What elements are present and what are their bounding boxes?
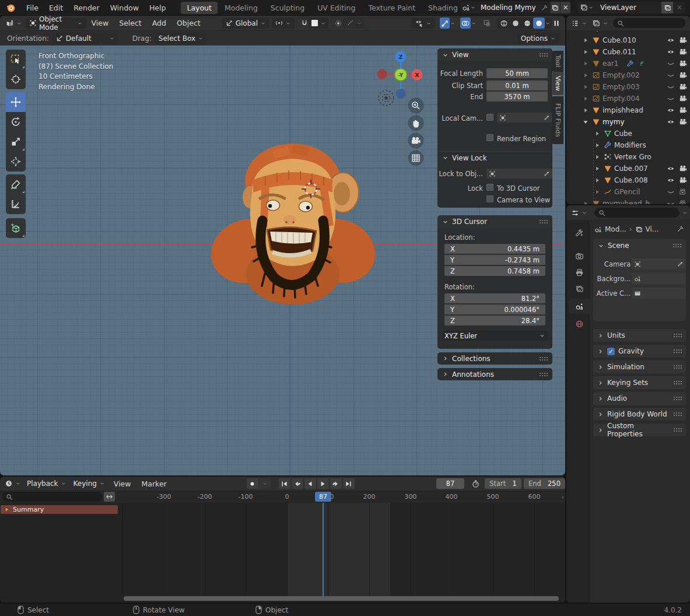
properties-editor-type-dropdown[interactable]	[569, 207, 590, 218]
disable-render-icon[interactable]	[679, 106, 687, 114]
outliner-row[interactable]: Empty.003	[566, 81, 690, 93]
menu-keying[interactable]: Keying	[70, 478, 108, 489]
expand-icon[interactable]	[594, 188, 601, 195]
section-custom-properties[interactable]: Custom Properties	[593, 424, 686, 436]
outliner-row[interactable]: Cube.010	[566, 34, 690, 46]
menu-select[interactable]: Select	[114, 19, 147, 27]
drag-handle[interactable]	[673, 428, 682, 432]
viewport-canvas[interactable]: Z X -Y Front Orthographic (87) Scene Col…	[0, 46, 565, 475]
disable-render-icon[interactable]	[679, 48, 687, 56]
drag-handle[interactable]	[673, 333, 682, 338]
new-viewlayer-button[interactable]	[661, 2, 673, 13]
sidebar-tab-tool[interactable]: Tool	[552, 51, 563, 72]
expand-icon[interactable]	[582, 83, 589, 90]
frame-start-field[interactable]: Start1	[485, 478, 521, 489]
expand-icon[interactable]	[582, 200, 589, 204]
drag-handle[interactable]	[539, 372, 548, 377]
hide-viewport-icon[interactable]	[667, 200, 675, 204]
menu-marker[interactable]: Marker	[136, 480, 172, 488]
timeline-ruler[interactable]: -300 -200 -100 0 100 200 300 400 500 600…	[0, 491, 565, 503]
panel-collections[interactable]: Collections	[437, 352, 552, 365]
outliner-row-child[interactable]: GPencil	[566, 186, 690, 198]
hide-viewport-icon[interactable]	[667, 71, 675, 79]
tab-tool-properties[interactable]	[569, 225, 590, 240]
lock-to-object-field[interactable]	[486, 169, 552, 178]
pin-icon[interactable]	[677, 225, 684, 233]
section-audio[interactable]: Audio	[593, 392, 686, 405]
menu-file[interactable]: File	[21, 4, 44, 12]
cursor-loc-x-field[interactable]: X0.4435 m	[444, 244, 545, 254]
visibility-dropdown[interactable]	[411, 18, 435, 29]
hide-viewport-icon[interactable]	[667, 164, 675, 173]
outliner-row[interactable]: Empty.002	[566, 69, 690, 81]
expand-icon[interactable]	[582, 95, 589, 102]
menu-view[interactable]: View	[86, 19, 114, 27]
render-region-checkbox[interactable]	[486, 134, 493, 141]
outliner-filter-dropdown[interactable]	[590, 18, 611, 29]
outliner-row[interactable]: Empty.004	[566, 93, 690, 104]
sidebar-tab-view[interactable]: View	[552, 72, 563, 95]
panel-3d-cursor-header[interactable]: 3D Cursor	[437, 215, 552, 228]
horizontal-scrollbar[interactable]	[124, 596, 559, 601]
expand-icon[interactable]	[594, 177, 601, 184]
outliner-row-child[interactable]: Cube.007	[566, 163, 690, 174]
menu-add[interactable]: Add	[147, 19, 171, 27]
tool-select-box[interactable]	[6, 50, 26, 69]
tool-measure[interactable]	[6, 194, 26, 214]
camera-field[interactable]	[632, 258, 686, 270]
outliner-search-input[interactable]	[613, 18, 685, 28]
hide-viewport-icon[interactable]	[667, 48, 675, 56]
snap-toggle[interactable]	[299, 18, 309, 29]
panel-scene-header[interactable]: Scene	[593, 239, 686, 252]
menu-window[interactable]: Window	[105, 4, 144, 12]
pivot-point-dropdown[interactable]	[272, 18, 295, 29]
cursor-rot-y-field[interactable]: Y0.000046°	[444, 304, 545, 314]
workspace-tab-texture-paint[interactable]: Texture Paint	[362, 2, 421, 14]
disable-render-icon[interactable]	[679, 118, 687, 126]
section-units[interactable]: Units	[593, 329, 686, 342]
cursor-rot-x-field[interactable]: X81.2°	[444, 293, 545, 303]
collapse-icon[interactable]	[582, 118, 589, 125]
channel-filter-button[interactable]	[104, 492, 115, 502]
remove-viewlayer-button[interactable]: ✕	[674, 2, 685, 13]
disable-render-icon[interactable]	[679, 164, 687, 173]
panel-annotations[interactable]: Annotations	[437, 368, 552, 380]
drag-value-dropdown[interactable]: Select Box	[155, 33, 207, 44]
hide-viewport-icon[interactable]	[667, 118, 675, 126]
expand-icon[interactable]	[582, 48, 589, 55]
panel-view-header[interactable]: View	[437, 48, 552, 61]
shading-material-button[interactable]	[521, 18, 533, 29]
play-reverse-button[interactable]	[304, 478, 316, 489]
menu-render[interactable]: Render	[68, 4, 105, 12]
channel-search-input[interactable]	[2, 492, 102, 502]
disable-render-icon[interactable]	[679, 188, 687, 196]
drag-handle[interactable]	[673, 380, 682, 385]
properties-options-icon[interactable]	[682, 210, 688, 216]
tool-move[interactable]	[6, 92, 26, 112]
expand-icon[interactable]	[582, 107, 589, 114]
disable-render-icon[interactable]	[679, 71, 687, 79]
tool-scale[interactable]	[6, 132, 26, 152]
timeline-editor-type-dropdown[interactable]	[2, 478, 23, 489]
expand-icon[interactable]	[594, 153, 601, 160]
menu-object[interactable]: Object	[171, 19, 206, 27]
drag-handle[interactable]	[539, 52, 548, 57]
active-clip-field[interactable]	[632, 288, 686, 299]
delete-scene-button[interactable]: ✕	[561, 2, 570, 13]
drag-handle[interactable]	[539, 356, 548, 361]
cursor-rot-z-field[interactable]: Z28.4°	[444, 316, 545, 326]
hide-viewport-icon[interactable]	[667, 106, 675, 114]
drag-handle[interactable]	[673, 365, 682, 369]
disable-render-icon[interactable]	[679, 176, 687, 184]
focal-length-field[interactable]: 50 mm	[486, 68, 548, 78]
editor-type-dropdown[interactable]	[2, 18, 26, 29]
section-simulation[interactable]: Simulation	[593, 360, 686, 373]
navigation-gizmo[interactable]: Z X -Y	[373, 48, 437, 112]
sidebar-tab-flip-fluids[interactable]: FLIP Fluids	[552, 96, 563, 144]
hide-viewport-icon[interactable]	[667, 36, 675, 44]
drag-handle[interactable]	[673, 412, 682, 416]
hide-viewport-icon[interactable]	[667, 176, 675, 184]
jump-to-end-button[interactable]	[343, 478, 355, 489]
disable-render-icon[interactable]	[679, 94, 687, 103]
xray-toggle[interactable]	[482, 18, 492, 29]
